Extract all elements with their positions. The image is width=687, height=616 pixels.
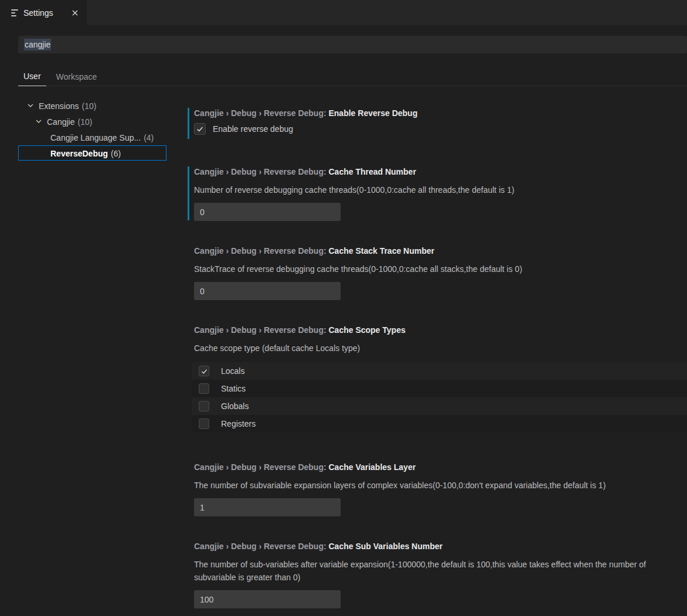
close-icon[interactable] bbox=[69, 7, 81, 19]
option-label: Statics bbox=[221, 384, 246, 393]
setting-category: Cangjie › Debug › Reverse Debug: bbox=[194, 246, 328, 256]
chevron-down-icon[interactable] bbox=[26, 101, 35, 110]
option-label: Registers bbox=[221, 419, 256, 428]
setting-title: Cangjie › Debug › Reverse Debug: Cache S… bbox=[194, 245, 687, 257]
toc-item-extensions[interactable]: Extensions (10) bbox=[0, 98, 176, 114]
option-row-locals[interactable]: Locals bbox=[192, 362, 687, 380]
toc-item-label: Cangjie Language Sup... bbox=[50, 133, 141, 142]
toc-item-reversedebug[interactable]: ReverseDebug (6) bbox=[0, 145, 176, 161]
setting-description-line1: The number of sub-variables after variab… bbox=[194, 558, 687, 571]
setting-cache-scope-types: Cangjie › Debug › Reverse Debug: Cache S… bbox=[194, 324, 687, 433]
setting-description: The number of sub-variables after variab… bbox=[194, 558, 687, 584]
tab-workspace[interactable]: Workspace bbox=[51, 67, 103, 86]
setting-category: Cangjie › Debug › Reverse Debug: bbox=[194, 108, 328, 118]
setting-description: Cache scope type (default cache Locals t… bbox=[194, 342, 687, 355]
option-row-statics[interactable]: Statics bbox=[192, 380, 687, 397]
settings-editor-tab[interactable]: Settings bbox=[0, 0, 87, 25]
checkbox-unchecked-icon[interactable] bbox=[199, 401, 209, 411]
checkbox-label: Enable reverse debug bbox=[213, 124, 293, 134]
setting-checkbox-row[interactable]: Enable reverse debug bbox=[194, 123, 687, 135]
setting-cache-thread-number: Cangjie › Debug › Reverse Debug: Cache T… bbox=[194, 166, 687, 221]
toc-item-count: (10) bbox=[77, 117, 92, 127]
setting-description: StackTrace of reverse debugging cache th… bbox=[194, 263, 687, 275]
checkbox-checked-icon[interactable] bbox=[199, 366, 209, 376]
checkbox-unchecked-icon[interactable] bbox=[199, 418, 209, 429]
editor-tab-strip: Settings bbox=[0, 0, 687, 25]
setting-enable-reverse-debug: Cangjie › Debug › Reverse Debug: Enable … bbox=[194, 107, 687, 135]
settings-scope-tabs: User Workspace bbox=[18, 67, 687, 86]
number-input[interactable]: 100 bbox=[194, 590, 341, 608]
checkbox-unchecked-icon[interactable] bbox=[199, 383, 209, 394]
search-query-text: cangjie bbox=[24, 39, 51, 50]
option-row-registers[interactable]: Registers bbox=[192, 415, 687, 433]
option-row-globals[interactable]: Globals bbox=[192, 397, 687, 415]
option-label: Locals bbox=[221, 366, 244, 376]
setting-category: Cangjie › Debug › Reverse Debug: bbox=[194, 462, 328, 472]
tab-user[interactable]: User bbox=[18, 67, 46, 86]
checkbox-checked-icon[interactable] bbox=[194, 123, 206, 135]
scope-type-list: Locals Statics Globals Registers bbox=[192, 362, 687, 433]
toc-item-count: (6) bbox=[111, 149, 121, 158]
toc-item-label: ReverseDebug bbox=[50, 149, 108, 158]
setting-name: Cache Scope Types bbox=[328, 325, 405, 335]
setting-title: Cangjie › Debug › Reverse Debug: Cache T… bbox=[194, 166, 687, 178]
setting-description: The number of subvariable expansion laye… bbox=[194, 479, 687, 492]
setting-category: Cangjie › Debug › Reverse Debug: bbox=[194, 325, 328, 335]
setting-name: Cache Sub Variables Number bbox=[328, 542, 443, 551]
setting-description-line2: subvariable is greater than 0) bbox=[194, 571, 687, 584]
option-label: Globals bbox=[221, 401, 249, 411]
setting-title: Cangjie › Debug › Reverse Debug: Cache S… bbox=[194, 540, 687, 552]
toc-item-cangjie[interactable]: Cangjie (10) bbox=[0, 114, 176, 130]
settings-tune-icon bbox=[11, 9, 18, 16]
settings-toc-tree: Extensions (10) Cangjie (10) Cangjie Lan… bbox=[0, 98, 176, 161]
setting-category: Cangjie › Debug › Reverse Debug: bbox=[194, 167, 328, 176]
chevron-down-icon[interactable] bbox=[34, 117, 43, 126]
setting-title: Cangjie › Debug › Reverse Debug: Enable … bbox=[194, 107, 687, 119]
setting-title: Cangjie › Debug › Reverse Debug: Cache V… bbox=[194, 461, 687, 473]
tab-title: Settings bbox=[23, 8, 64, 18]
toc-item-count: (10) bbox=[81, 101, 96, 111]
toc-item-cangjie-language-support[interactable]: Cangjie Language Sup... (4) bbox=[0, 130, 176, 145]
toc-item-count: (4) bbox=[144, 133, 154, 142]
setting-name: Enable Reverse Debug bbox=[328, 108, 417, 118]
modified-indicator bbox=[188, 166, 189, 220]
setting-cache-stack-trace-number: Cangjie › Debug › Reverse Debug: Cache S… bbox=[194, 245, 687, 300]
toc-item-label: Extensions bbox=[39, 101, 79, 111]
setting-name: Cache Variables Layer bbox=[328, 462, 416, 472]
settings-search-input[interactable]: cangjie bbox=[18, 36, 687, 53]
toc-item-label: Cangjie bbox=[47, 117, 74, 127]
number-input[interactable]: 1 bbox=[194, 498, 341, 516]
setting-title: Cangjie › Debug › Reverse Debug: Cache S… bbox=[194, 324, 687, 336]
setting-category: Cangjie › Debug › Reverse Debug: bbox=[194, 542, 328, 551]
setting-cache-variables-layer: Cangjie › Debug › Reverse Debug: Cache V… bbox=[194, 461, 687, 516]
number-input[interactable]: 0 bbox=[194, 282, 341, 300]
setting-name: Cache Stack Trace Number bbox=[328, 246, 434, 256]
setting-cache-sub-variables-number: Cangjie › Debug › Reverse Debug: Cache S… bbox=[194, 540, 687, 608]
setting-description: Number of reverse debugging cache thread… bbox=[194, 183, 687, 196]
setting-name: Cache Thread Number bbox=[328, 167, 416, 176]
number-input[interactable]: 0 bbox=[194, 203, 341, 221]
modified-indicator bbox=[188, 108, 189, 139]
